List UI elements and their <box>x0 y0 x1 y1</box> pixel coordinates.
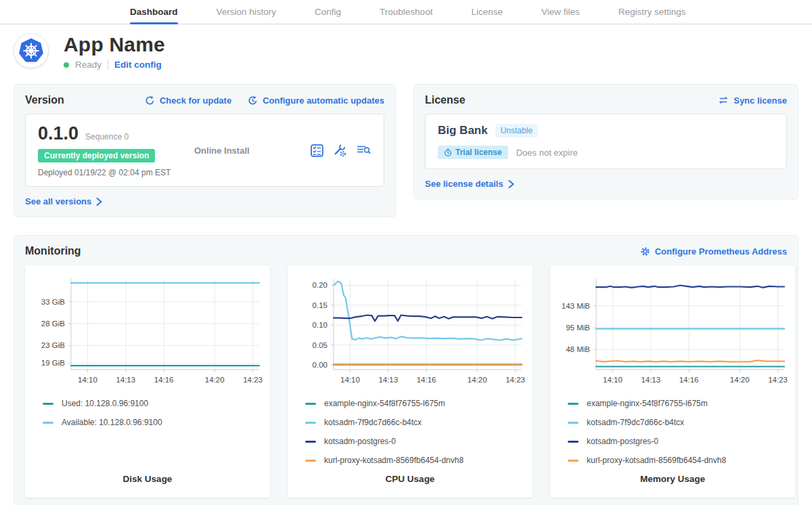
svg-text:14:20: 14:20 <box>205 376 225 384</box>
tab-dashboard[interactable]: Dashboard <box>130 0 178 24</box>
chart-card: 48 MiB95 MiB143 MiB14:1014:1314:1614:201… <box>550 265 795 498</box>
svg-text:14:23: 14:23 <box>505 376 525 384</box>
version-card-title: Version <box>25 94 64 106</box>
see-all-versions-link[interactable]: See all versions <box>25 196 102 206</box>
version-sequence: Sequence 0 <box>85 132 129 141</box>
configure-prometheus-button[interactable]: Configure Prometheus Address <box>640 246 787 257</box>
tab-version-history[interactable]: Version history <box>217 0 277 24</box>
legend-swatch <box>568 403 579 405</box>
chart-card: 19 GiB23 GiB28 GiB33 GiB14:1014:1314:161… <box>25 265 270 498</box>
tab-troubleshoot[interactable]: Troubleshoot <box>380 0 432 24</box>
legend-label: kurl-proxy-kotsadm-8569fb6454-dnvh8 <box>324 456 464 465</box>
chart-plot: 48 MiB95 MiB143 MiB14:1014:1314:1614:201… <box>556 271 790 391</box>
svg-text:14:23: 14:23 <box>768 376 788 384</box>
legend-item: kurl-proxy-kotsadm-8569fb6454-dnvh8 <box>568 451 777 470</box>
monitoring-charts: 19 GiB23 GiB28 GiB33 GiB14:1014:1314:161… <box>25 265 787 498</box>
version-card: Version Check for update Configure autom… <box>14 84 396 217</box>
status-text: Ready <box>75 60 102 70</box>
chart-legend: example-nginx-54f8f76755-l675mkotsadm-7f… <box>556 391 790 470</box>
kubernetes-icon <box>18 37 45 64</box>
legend-swatch <box>568 441 579 443</box>
license-panel: Big Bank Unstable Trial license Does not… <box>425 114 787 169</box>
svg-text:0.00: 0.00 <box>313 361 328 369</box>
svg-text:33 GiB: 33 GiB <box>41 298 65 306</box>
tab-license[interactable]: License <box>471 0 503 24</box>
svg-text:14:16: 14:16 <box>417 376 436 384</box>
edit-config-link[interactable]: Edit config <box>114 60 162 70</box>
legend-item: kotsadm-7f9dc7d66c-b4tcx <box>568 413 777 432</box>
divider <box>108 60 108 70</box>
version-number: 0.1.0 <box>38 123 78 144</box>
legend-label: kotsadm-7f9dc7d66c-b4tcx <box>587 418 684 427</box>
svg-text:23 GiB: 23 GiB <box>41 341 65 349</box>
app-header: App Name Ready Edit config <box>0 24 812 70</box>
customer-name: Big Bank <box>438 124 488 137</box>
svg-text:0.15: 0.15 <box>313 301 328 309</box>
chart-legend: Used: 10.128.0.96:9100Available: 10.128.… <box>30 391 265 432</box>
legend-item: kotsadm-postgres-0 <box>305 432 515 451</box>
edit-config-wrench-icon[interactable] <box>333 144 347 158</box>
svg-text:95 MiB: 95 MiB <box>566 324 590 332</box>
sync-license-button[interactable]: Sync license <box>718 95 787 106</box>
svg-text:0.05: 0.05 <box>313 341 328 349</box>
deploy-logs-icon[interactable] <box>356 144 371 157</box>
tab-view-files[interactable]: View files <box>541 0 580 24</box>
svg-text:14:10: 14:10 <box>603 376 623 384</box>
svg-text:14:20: 14:20 <box>730 376 750 384</box>
legend-item: Available: 10.128.0.96:9100 <box>43 413 252 432</box>
legend-item: kotsadm-postgres-0 <box>568 432 777 451</box>
chart-title: CPU Usage <box>293 474 527 489</box>
chart-plot: 19 GiB23 GiB28 GiB33 GiB14:1014:1314:161… <box>30 271 265 391</box>
license-type-badge: Trial license <box>438 146 508 159</box>
legend-item: kurl-proxy-kotsadm-8569fb6454-dnvh8 <box>305 451 515 470</box>
deployed-timestamp: Deployed 01/19/22 @ 02:04 pm EST <box>38 168 183 177</box>
check-for-update-button[interactable]: Check for update <box>145 95 231 106</box>
preflight-checks-icon[interactable] <box>310 144 324 158</box>
configure-automatic-updates-button[interactable]: Configure automatic updates <box>248 95 384 106</box>
chart-card: 0.000.050.100.150.2014:1014:1314:1614:20… <box>288 265 533 498</box>
legend-item: example-nginx-54f8f76755-l675m <box>305 394 515 413</box>
legend-swatch <box>305 460 316 462</box>
svg-text:14:20: 14:20 <box>468 376 487 384</box>
svg-text:0.20: 0.20 <box>313 281 328 289</box>
legend-swatch <box>43 422 53 424</box>
see-license-details-link[interactable]: See license details <box>425 179 514 189</box>
legend-label: example-nginx-54f8f76755-l675m <box>587 399 708 408</box>
svg-text:28 GiB: 28 GiB <box>41 320 65 328</box>
monitoring-title: Monitoring <box>25 245 81 257</box>
legend-swatch <box>305 422 316 424</box>
license-expiry: Does not expire <box>516 148 578 158</box>
monitoring-section: Monitoring Configure Prometheus Address … <box>14 235 798 505</box>
stopwatch-icon <box>444 148 452 157</box>
svg-text:14:13: 14:13 <box>378 376 398 384</box>
license-card-title: License <box>425 94 466 106</box>
deployed-badge: Currently deployed version <box>38 149 155 162</box>
channel-badge: Unstable <box>495 124 538 137</box>
legend-swatch <box>305 403 316 405</box>
chart-title: Memory Usage <box>556 474 790 489</box>
page-title: App Name <box>64 33 165 56</box>
chart-plot: 0.000.050.100.150.2014:1014:1314:1614:20… <box>293 271 527 391</box>
legend-label: example-nginx-54f8f76755-l675m <box>324 399 445 408</box>
legend-swatch <box>305 441 316 443</box>
chevron-right-icon <box>96 198 102 206</box>
legend-swatch <box>43 403 53 405</box>
chevron-right-icon <box>508 180 514 188</box>
current-version-panel: 0.1.0 Sequence 0 Currently deployed vers… <box>25 114 384 187</box>
svg-text:14:10: 14:10 <box>78 376 97 384</box>
legend-label: kotsadm-7f9dc7d66c-b4tcx <box>324 418 422 427</box>
legend-item: Used: 10.128.0.96:9100 <box>43 394 252 413</box>
svg-text:14:23: 14:23 <box>243 376 263 384</box>
tab-config[interactable]: Config <box>315 0 341 24</box>
svg-text:48 MiB: 48 MiB <box>566 345 590 353</box>
legend-label: kotsadm-postgres-0 <box>587 437 658 446</box>
legend-item: example-nginx-54f8f76755-l675m <box>568 394 777 413</box>
legend-item: kotsadm-7f9dc7d66c-b4tcx <box>305 413 515 432</box>
svg-text:19 GiB: 19 GiB <box>41 359 65 367</box>
install-type-label: Online Install <box>183 146 310 156</box>
tab-registry-settings[interactable]: Registry settings <box>618 0 686 24</box>
refresh-icon <box>145 95 155 106</box>
legend-swatch <box>568 422 579 424</box>
app-logo <box>14 33 49 68</box>
legend-label: Available: 10.128.0.96:9100 <box>62 418 162 427</box>
